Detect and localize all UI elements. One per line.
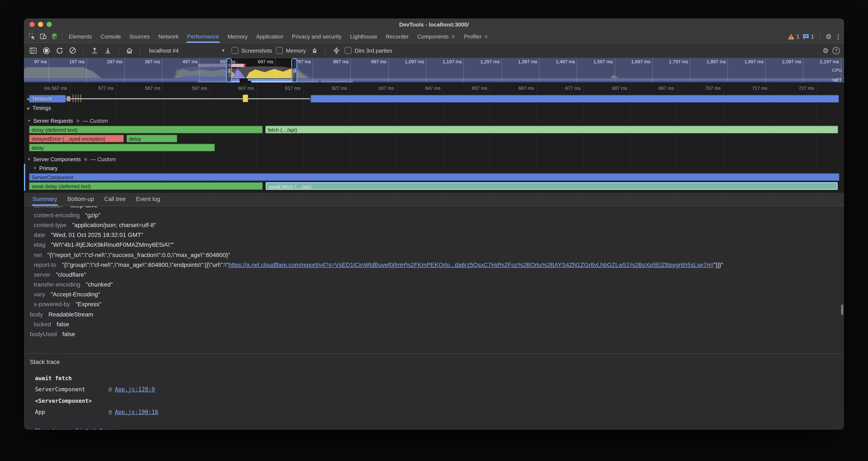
- custom-track-suffix: — Custom: [83, 118, 108, 124]
- overview-time-label: 397 ms: [121, 59, 160, 65]
- frame-source-link[interactable]: App.js:128:9: [115, 386, 155, 393]
- tab-privacy-and-security[interactable]: Privacy and security: [288, 30, 346, 43]
- network-marker[interactable]: [243, 94, 248, 102]
- react-atom-icon: ⚛: [484, 34, 489, 40]
- screenshots-checkbox[interactable]: Screenshots: [231, 47, 272, 54]
- panel-settings-gear-icon[interactable]: ⚙: [823, 47, 829, 55]
- trace-event-bar[interactable]: delayedError (…ayed exception): [29, 135, 124, 142]
- tab-label: Sources: [129, 33, 150, 40]
- warning-count: 1: [796, 33, 799, 40]
- shortcuts-dialog-icon[interactable]: [332, 46, 341, 55]
- collapse-arrow-icon[interactable]: ▶: [27, 97, 30, 101]
- show-ignore-listed-frames-link[interactable]: Show ignore-listed frames: [35, 428, 119, 430]
- overview-time-label: 697 ms: [234, 59, 273, 65]
- trace-event-bar[interactable]: delay: [126, 135, 177, 142]
- collect-garbage-icon[interactable]: [310, 46, 319, 55]
- home-icon[interactable]: [125, 46, 134, 55]
- tab-sources[interactable]: Sources: [125, 30, 154, 43]
- tab-lighthouse[interactable]: Lighthouse: [346, 30, 381, 43]
- memory-label: Memory: [286, 47, 306, 54]
- track-header-timings[interactable]: ▶Timings: [24, 104, 844, 113]
- clear-icon[interactable]: [68, 46, 77, 55]
- header-key: date: [34, 231, 45, 238]
- trace-event-bar[interactable]: delay (deferred text): [29, 126, 263, 134]
- tab-performance[interactable]: Performance: [183, 30, 223, 43]
- settings-gear-icon[interactable]: ⚙: [826, 32, 832, 40]
- selection-handle-left[interactable]: [226, 58, 232, 83]
- tab-memory[interactable]: Memory: [223, 30, 252, 43]
- ruler-gridline: [350, 83, 350, 94]
- load-profile-icon[interactable]: [90, 46, 99, 55]
- tab-recorder[interactable]: Recorder: [381, 30, 413, 43]
- ruler-tick-label: 727 ms: [784, 86, 814, 91]
- ruler-gridline: [583, 83, 584, 94]
- expand-arrow-icon[interactable]: ▼: [27, 119, 31, 123]
- header-value: "Wed, 01 Oct 2025 18:32:01 GMT": [51, 231, 143, 238]
- group-header-server-requests[interactable]: ▼Server Requests⚛— Custom: [24, 116, 844, 125]
- device-toolbar-icon[interactable]: [38, 32, 49, 41]
- tab-application[interactable]: Application: [252, 30, 287, 43]
- expand-arrow-icon[interactable]: ▼: [27, 157, 31, 161]
- more-options-icon[interactable]: ⋮: [835, 33, 841, 40]
- tab-components[interactable]: Components⚛: [413, 30, 460, 43]
- group-header-server-components[interactable]: ▼Server Components⚛— Custom: [24, 155, 844, 164]
- scrollbar-thumb[interactable]: [841, 305, 843, 315]
- trace-event-bar[interactable]: await fetch (…/api): [266, 182, 838, 190]
- network-whisker-handle[interactable]: [67, 96, 70, 102]
- tab-network[interactable]: Network: [154, 30, 183, 43]
- tab-elements[interactable]: Elements: [64, 30, 96, 43]
- warnings-badge[interactable]: 1: [788, 33, 799, 40]
- selection-handle-right[interactable]: [291, 58, 297, 83]
- tab-profiler[interactable]: Profiler⚛: [460, 30, 493, 43]
- tab-label: Network: [158, 33, 179, 40]
- trace-event-bar[interactable]: delay: [29, 144, 215, 151]
- trace-event-bar[interactable]: await delay (deferred text): [29, 182, 263, 190]
- extension-gem-icon[interactable]: [49, 32, 60, 41]
- details-tab-bottom-up[interactable]: Bottom-up: [62, 193, 99, 206]
- toggle-sidebar-icon[interactable]: [28, 46, 38, 55]
- network-main-request-bar[interactable]: [311, 95, 839, 103]
- profile-select[interactable]: localhost #4 ▼: [147, 45, 228, 56]
- stack-frame-heading: await fetch: [24, 373, 844, 384]
- net-track-label: NET: [833, 78, 842, 83]
- collapse-arrow-icon[interactable]: ▶: [27, 106, 30, 110]
- save-profile-icon[interactable]: [103, 46, 112, 55]
- sub-track-header-primary[interactable]: ▼Primary: [24, 164, 844, 173]
- record-and-reload-icon[interactable]: [55, 46, 64, 55]
- tab-label: Console: [100, 33, 121, 40]
- overview-time-label: 2,197 ms: [800, 59, 839, 65]
- divider: [325, 47, 326, 54]
- tab-console[interactable]: Console: [96, 30, 125, 43]
- help-icon[interactable]: ?: [833, 47, 840, 54]
- header-value: "W/\"4b1-RjEJloX9kRinu6F0MAZMmy6E5iA\"": [51, 241, 174, 248]
- trace-event-bar[interactable]: fetch (…/api): [265, 126, 838, 134]
- issues-badge[interactable]: 1: [803, 33, 814, 40]
- devtools-tabbar: ElementsConsoleSourcesNetworkPerformance…: [24, 30, 844, 43]
- header-row-connection: connection"keep-alive": [24, 206, 844, 210]
- track-header-network[interactable]: ▶Network: [24, 94, 844, 104]
- overview-time-label: 97 ms: [24, 59, 47, 65]
- ruler-gridline: [70, 83, 70, 94]
- timeline-overview[interactable]: CPU NET 97 ms197 ms297 ms397 ms497 ms597…: [24, 58, 844, 83]
- memory-checkbox[interactable]: Memory: [276, 47, 306, 54]
- ruler-gridline: [817, 83, 817, 94]
- report-to-url-link[interactable]: https://a.nel.cloudflare.com/report/v4?s…: [228, 261, 713, 268]
- ruler-tick-label: 687 ms: [597, 86, 627, 91]
- ruler-gridline: [490, 83, 490, 94]
- inspect-element-icon[interactable]: [27, 32, 38, 41]
- divider: [118, 47, 119, 54]
- record-icon[interactable]: [41, 46, 51, 55]
- details-tab-event-log[interactable]: Event log: [131, 193, 165, 206]
- tab-label: Memory: [227, 33, 248, 40]
- details-tab-summary[interactable]: Summary: [27, 193, 62, 206]
- header-row-transfer-encoding: transfer-encoding"chunked": [24, 280, 844, 289]
- trace-event-bar[interactable]: ServerComponent: [29, 173, 839, 181]
- expand-arrow-icon[interactable]: ▼: [33, 166, 37, 170]
- ruler-gridline: [210, 83, 210, 94]
- ruler-tick-label: 677 ms: [551, 86, 581, 91]
- frame-source-link[interactable]: App.js:190:16: [115, 409, 158, 415]
- dim-3rd-parties-checkbox[interactable]: Dim 3rd parties: [345, 47, 392, 54]
- selected-track-accent: [24, 182, 25, 191]
- details-tab-call-tree[interactable]: Call tree: [99, 193, 131, 206]
- header-key: vary: [34, 291, 45, 298]
